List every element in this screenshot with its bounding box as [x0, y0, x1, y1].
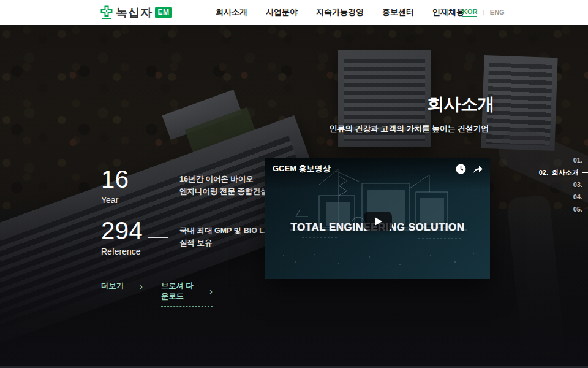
lang-eng-button[interactable]: ENG — [490, 9, 505, 16]
play-icon — [375, 217, 382, 226]
share-icon[interactable] — [472, 163, 483, 174]
more-link-underline — [101, 296, 143, 296]
stat-references-description: 국내 최대 GMP 및 BIO LAB 실적 보유 — [179, 224, 275, 249]
video-title[interactable]: GCEM 홍보영상 — [273, 163, 331, 174]
logo-brand-text: 녹십자 — [116, 7, 153, 18]
stat-references: 294 Reference 국내 최대 GMP 및 BIO LAB 실적 보유 — [101, 218, 285, 256]
nav-item-recruit[interactable]: 인재채용 — [432, 7, 464, 18]
lang-divider: | — [483, 9, 484, 15]
green-cross-icon — [100, 5, 113, 20]
pager-active-dash — [582, 172, 588, 173]
brochure-link-underline — [161, 306, 213, 307]
hero-links: 더보기 › 브로셔 다운로드 › — [101, 281, 213, 307]
pager-item-01[interactable]: 01. — [573, 156, 588, 164]
nav-item-pr-center[interactable]: 홍보센터 — [382, 7, 414, 18]
pager-item-04[interactable]: 04. — [573, 193, 588, 201]
page-title: 회사소개 — [330, 93, 494, 115]
promo-video-player[interactable]: TOTAL ENGINEERING SOLUTION GCEM 홍보영상 — [265, 158, 490, 279]
pager-item-05[interactable]: 05. — [573, 205, 588, 213]
logo[interactable]: 녹십자 EM — [100, 5, 172, 20]
play-button[interactable] — [364, 212, 392, 231]
logo-subtext-bar — [102, 18, 111, 19]
nav-item-business[interactable]: 사업분야 — [266, 7, 298, 18]
top-header: 녹십자 EM 회사소개 사업분야 지속가능경영 홍보센터 인재채용 KOR | … — [0, 0, 588, 25]
nav-item-company[interactable]: 회사소개 — [216, 7, 247, 18]
subtitle-divider — [494, 123, 494, 134]
nav-item-sustainability[interactable]: 지속가능경영 — [316, 7, 364, 18]
lang-kor-button[interactable]: KOR — [462, 8, 477, 17]
video-topbar: GCEM 홍보영상 — [265, 158, 490, 190]
chevron-right-icon: › — [209, 287, 213, 296]
hero-heading: 회사소개 인류의 건강과 고객의 가치를 높이는 건설기업 — [330, 93, 494, 134]
pager-item-02-active[interactable]: 02. 회사소개 — [539, 169, 588, 177]
brochure-link-label: 브로셔 다운로드 — [161, 281, 198, 302]
chevron-right-icon: › — [140, 282, 143, 291]
hero-section: 회사소개 인류의 건강과 고객의 가치를 높이는 건설기업 16 Year 16… — [0, 25, 588, 368]
stat-years: 16 Year 16년간 이어온 바이오 엔지니어링 전문 종합건설기업 — [101, 167, 285, 205]
pager-active-label: 회사소개 — [552, 169, 579, 177]
language-switcher: KOR | ENG — [462, 0, 505, 25]
watch-later-icon[interactable] — [455, 163, 466, 174]
stat-references-divider-line — [148, 237, 168, 238]
more-link-label: 더보기 — [101, 281, 124, 291]
stat-years-divider-line — [148, 186, 168, 186]
page-subtitle: 인류의 건강과 고객의 가치를 높이는 건설기업 — [330, 123, 489, 134]
more-link[interactable]: 더보기 › — [101, 281, 143, 307]
pager-item-03[interactable]: 03. — [573, 181, 588, 189]
logo-em-badge: EM — [155, 7, 172, 18]
brochure-download-link[interactable]: 브로셔 다운로드 › — [161, 281, 213, 307]
slide-pager: 01. 02. 회사소개 03. 04. 05. — [539, 156, 588, 213]
main-nav: 회사소개 사업분야 지속가능경영 홍보센터 인재채용 — [216, 0, 464, 25]
